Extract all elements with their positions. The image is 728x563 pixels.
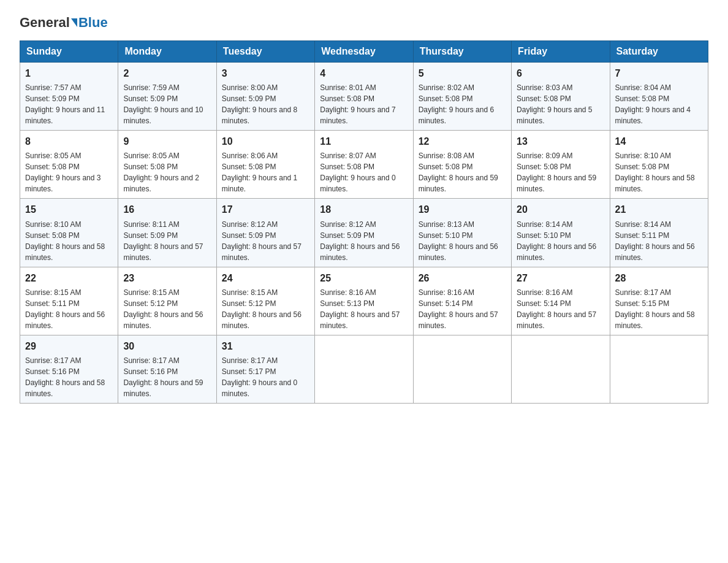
day-number: 13 [517,134,604,148]
day-number: 25 [320,271,408,285]
day-info: Sunrise: 8:13 AMSunset: 5:10 PMDaylight:… [419,219,506,263]
day-info: Sunrise: 8:08 AMSunset: 5:08 PMDaylight:… [419,150,506,194]
day-number: 15 [25,202,113,216]
day-number: 9 [123,134,211,148]
calendar-cell: 3Sunrise: 8:00 AMSunset: 5:09 PMDaylight… [216,63,314,131]
day-info: Sunrise: 8:01 AMSunset: 5:08 PMDaylight:… [320,82,408,126]
calendar-cell [413,335,511,403]
day-info: Sunrise: 8:07 AMSunset: 5:08 PMDaylight:… [320,150,408,194]
day-number: 10 [222,134,309,148]
day-info: Sunrise: 8:02 AMSunset: 5:08 PMDaylight:… [419,82,506,126]
column-header-saturday: Saturday [610,41,708,63]
calendar-cell: 26Sunrise: 8:16 AMSunset: 5:14 PMDayligh… [413,267,511,335]
calendar-week-row: 15Sunrise: 8:10 AMSunset: 5:08 PMDayligh… [20,199,708,267]
calendar-cell [512,335,610,403]
day-number: 12 [419,134,506,148]
logo: General Blue [20,15,108,31]
day-info: Sunrise: 8:06 AMSunset: 5:08 PMDaylight:… [222,150,309,194]
day-info: Sunrise: 8:17 AMSunset: 5:16 PMDaylight:… [25,355,113,399]
calendar-cell: 10Sunrise: 8:06 AMSunset: 5:08 PMDayligh… [216,131,314,199]
day-info: Sunrise: 8:05 AMSunset: 5:08 PMDaylight:… [123,150,211,194]
day-info: Sunrise: 8:04 AMSunset: 5:08 PMDaylight:… [615,82,703,126]
logo-triangle-icon [71,18,77,27]
day-number: 30 [123,339,211,353]
calendar-week-row: 29Sunrise: 8:17 AMSunset: 5:16 PMDayligh… [20,335,708,403]
day-number: 31 [222,339,309,353]
day-info: Sunrise: 8:12 AMSunset: 5:09 PMDaylight:… [222,219,309,263]
day-info: Sunrise: 8:15 AMSunset: 5:12 PMDaylight:… [123,287,211,331]
day-info: Sunrise: 8:17 AMSunset: 5:15 PMDaylight:… [615,287,703,331]
day-info: Sunrise: 7:59 AMSunset: 5:09 PMDaylight:… [123,82,211,126]
day-info: Sunrise: 8:05 AMSunset: 5:08 PMDaylight:… [25,150,113,194]
day-number: 27 [517,271,604,285]
day-info: Sunrise: 8:11 AMSunset: 5:09 PMDaylight:… [123,219,211,263]
calendar-cell: 5Sunrise: 8:02 AMSunset: 5:08 PMDaylight… [413,63,511,131]
calendar-cell: 6Sunrise: 8:03 AMSunset: 5:08 PMDaylight… [512,63,610,131]
column-header-thursday: Thursday [413,41,511,63]
day-number: 28 [615,271,703,285]
calendar-cell: 27Sunrise: 8:16 AMSunset: 5:14 PMDayligh… [512,267,610,335]
day-info: Sunrise: 8:16 AMSunset: 5:13 PMDaylight:… [320,287,408,331]
day-number: 22 [25,271,113,285]
day-number: 6 [517,66,604,80]
calendar-cell: 14Sunrise: 8:10 AMSunset: 5:08 PMDayligh… [610,131,708,199]
calendar-cell: 13Sunrise: 8:09 AMSunset: 5:08 PMDayligh… [512,131,610,199]
day-info: Sunrise: 8:16 AMSunset: 5:14 PMDaylight:… [419,287,506,331]
day-number: 11 [320,134,408,148]
day-info: Sunrise: 8:16 AMSunset: 5:14 PMDaylight:… [517,287,604,331]
calendar-cell: 22Sunrise: 8:15 AMSunset: 5:11 PMDayligh… [20,267,118,335]
calendar-cell: 11Sunrise: 8:07 AMSunset: 5:08 PMDayligh… [315,131,413,199]
calendar-cell: 23Sunrise: 8:15 AMSunset: 5:12 PMDayligh… [118,267,216,335]
calendar-cell: 29Sunrise: 8:17 AMSunset: 5:16 PMDayligh… [20,335,118,403]
calendar-cell: 18Sunrise: 8:12 AMSunset: 5:09 PMDayligh… [315,199,413,267]
day-number: 5 [419,66,506,80]
day-number: 17 [222,202,309,216]
logo-general-text: General [20,15,70,31]
day-number: 24 [222,271,309,285]
day-info: Sunrise: 8:10 AMSunset: 5:08 PMDaylight:… [25,219,113,263]
day-number: 16 [123,202,211,216]
day-info: Sunrise: 8:12 AMSunset: 5:09 PMDaylight:… [320,219,408,263]
column-header-sunday: Sunday [20,41,118,63]
day-number: 18 [320,202,408,216]
day-number: 8 [25,134,113,148]
calendar-cell: 16Sunrise: 8:11 AMSunset: 5:09 PMDayligh… [118,199,216,267]
calendar-week-row: 1Sunrise: 7:57 AMSunset: 5:09 PMDaylight… [20,63,708,131]
day-number: 19 [419,202,506,216]
calendar-cell: 8Sunrise: 8:05 AMSunset: 5:08 PMDaylight… [20,131,118,199]
day-number: 7 [615,66,703,80]
calendar-week-row: 8Sunrise: 8:05 AMSunset: 5:08 PMDaylight… [20,131,708,199]
day-number: 21 [615,202,703,216]
calendar-cell: 28Sunrise: 8:17 AMSunset: 5:15 PMDayligh… [610,267,708,335]
calendar-cell [610,335,708,403]
page-header: General Blue [20,15,708,31]
column-header-wednesday: Wednesday [315,41,413,63]
day-info: Sunrise: 8:14 AMSunset: 5:10 PMDaylight:… [517,219,604,263]
logo-blue-text: Blue [78,15,108,31]
day-number: 29 [25,339,113,353]
column-header-friday: Friday [512,41,610,63]
calendar-cell: 1Sunrise: 7:57 AMSunset: 5:09 PMDaylight… [20,63,118,131]
day-info: Sunrise: 7:57 AMSunset: 5:09 PMDaylight:… [25,82,113,126]
calendar-cell: 25Sunrise: 8:16 AMSunset: 5:13 PMDayligh… [315,267,413,335]
day-info: Sunrise: 8:10 AMSunset: 5:08 PMDaylight:… [615,150,703,194]
calendar-table: SundayMondayTuesdayWednesdayThursdayFrid… [20,40,708,404]
day-info: Sunrise: 8:03 AMSunset: 5:08 PMDaylight:… [517,82,604,126]
day-info: Sunrise: 8:15 AMSunset: 5:11 PMDaylight:… [25,287,113,331]
day-info: Sunrise: 8:17 AMSunset: 5:16 PMDaylight:… [123,355,211,399]
calendar-cell: 31Sunrise: 8:17 AMSunset: 5:17 PMDayligh… [216,335,314,403]
column-header-monday: Monday [118,41,216,63]
day-info: Sunrise: 8:17 AMSunset: 5:17 PMDaylight:… [222,355,309,399]
calendar-cell: 12Sunrise: 8:08 AMSunset: 5:08 PMDayligh… [413,131,511,199]
calendar-cell [315,335,413,403]
day-info: Sunrise: 8:00 AMSunset: 5:09 PMDaylight:… [222,82,309,126]
calendar-cell: 24Sunrise: 8:15 AMSunset: 5:12 PMDayligh… [216,267,314,335]
day-info: Sunrise: 8:14 AMSunset: 5:11 PMDaylight:… [615,219,703,263]
calendar-cell: 2Sunrise: 7:59 AMSunset: 5:09 PMDaylight… [118,63,216,131]
calendar-cell: 19Sunrise: 8:13 AMSunset: 5:10 PMDayligh… [413,199,511,267]
calendar-cell: 30Sunrise: 8:17 AMSunset: 5:16 PMDayligh… [118,335,216,403]
day-number: 3 [222,66,309,80]
calendar-cell: 7Sunrise: 8:04 AMSunset: 5:08 PMDaylight… [610,63,708,131]
day-info: Sunrise: 8:15 AMSunset: 5:12 PMDaylight:… [222,287,309,331]
calendar-cell: 4Sunrise: 8:01 AMSunset: 5:08 PMDaylight… [315,63,413,131]
